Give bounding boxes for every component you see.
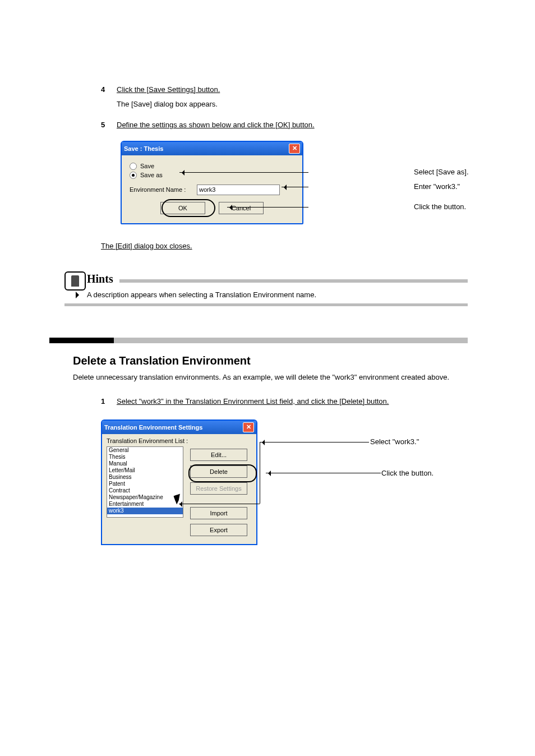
line-to-select-callout: [282, 442, 369, 442]
settings-dialog-title: Translation Environment Settings: [104, 424, 202, 431]
line-to-delete-callout: [288, 473, 381, 473]
cancel-button[interactable]: Cancel: [219, 202, 264, 214]
list-item[interactable]: Manual: [107, 460, 183, 467]
list-item[interactable]: Thesis: [107, 454, 183, 460]
step4-after: The [Save] dialog box appears.: [117, 99, 479, 110]
save-dialog: Save : Thesis ✕ Save Save as Environment…: [121, 141, 303, 224]
save-dialog-title: Save : Thesis: [124, 145, 163, 152]
export-button[interactable]: Export: [190, 524, 247, 536]
arrow-to-saveas: [179, 172, 308, 173]
section-bar-light: [114, 338, 468, 343]
save-radio[interactable]: Save: [130, 163, 294, 170]
arrow-to-delete: [266, 473, 288, 473]
edit-button[interactable]: Edit...: [190, 449, 247, 461]
list-item-selected[interactable]: work3: [107, 508, 183, 514]
import-button[interactable]: Import: [190, 507, 247, 519]
env-list-label: Translation Environment List :: [107, 437, 252, 444]
arrow-to-work3: [260, 442, 282, 442]
list-item[interactable]: Letter/Mail: [107, 467, 183, 474]
list-item[interactable]: Newspaper/Magazine: [107, 494, 183, 501]
arrowhead-to-item: [177, 501, 182, 507]
delete-step1-number: 1: [101, 396, 117, 407]
list-item[interactable]: General: [107, 447, 183, 454]
callout-select-work3: Select "work3.": [370, 437, 419, 446]
callout-select-saveas: Select [Save as].: [414, 168, 469, 176]
restore-button: Restore Settings: [190, 482, 247, 495]
close-icon[interactable]: ✕: [243, 422, 254, 432]
environment-name-label: Environment Name :: [130, 186, 197, 193]
delete-button[interactable]: Delete: [190, 465, 247, 478]
environment-name-input[interactable]: [197, 185, 280, 195]
save-radio-label: Save: [140, 163, 154, 169]
save-as-radio-label: Save as: [140, 172, 163, 178]
step5-number: 5: [101, 119, 117, 131]
ok-button[interactable]: OK: [160, 202, 205, 214]
list-item[interactable]: Contract: [107, 487, 183, 494]
delete-step1-text: Select "work3" in the Translation Enviro…: [117, 396, 389, 407]
close-icon[interactable]: ✕: [289, 144, 300, 154]
hints-bar: [119, 279, 468, 283]
callout-click-ok: Click the button.: [414, 202, 466, 211]
section-title: Delete a Translation Environment: [73, 354, 535, 367]
hints-bullet-icon: [76, 292, 82, 298]
hints-underline: [64, 303, 468, 306]
settings-dialog: Translation Environment Settings ✕ Trans…: [101, 420, 257, 545]
list-item[interactable]: Entertainment: [107, 501, 183, 508]
hints-text: A description appears when selecting a T…: [87, 291, 446, 299]
step4-number: 4: [101, 84, 117, 95]
list-item[interactable]: Business: [107, 474, 183, 481]
arrow-vertical: [260, 442, 260, 504]
arrow-to-input: [282, 187, 308, 187]
callout-click-delete: Click the button.: [381, 469, 433, 477]
section-paragraph: Delete unnecessary translation environme…: [73, 373, 468, 381]
hints-label: Hints: [87, 273, 113, 285]
arrow-horizontal: [179, 504, 260, 504]
section-bar-dark: [49, 338, 114, 343]
hints-icon: [64, 271, 86, 291]
step4-text: Click the [Save Settings] button.: [117, 84, 220, 95]
arrow-to-ok: [227, 207, 308, 208]
list-item[interactable]: Patent: [107, 481, 183, 487]
callout-enter-work3: Enter "work3.": [414, 182, 460, 191]
step5-text: Define the settings as shown below and c…: [117, 119, 315, 131]
env-list[interactable]: General Thesis Manual Letter/Mail Busine…: [107, 446, 183, 518]
edit-dialog-closes: The [Edit] dialog box closes.: [101, 241, 479, 252]
